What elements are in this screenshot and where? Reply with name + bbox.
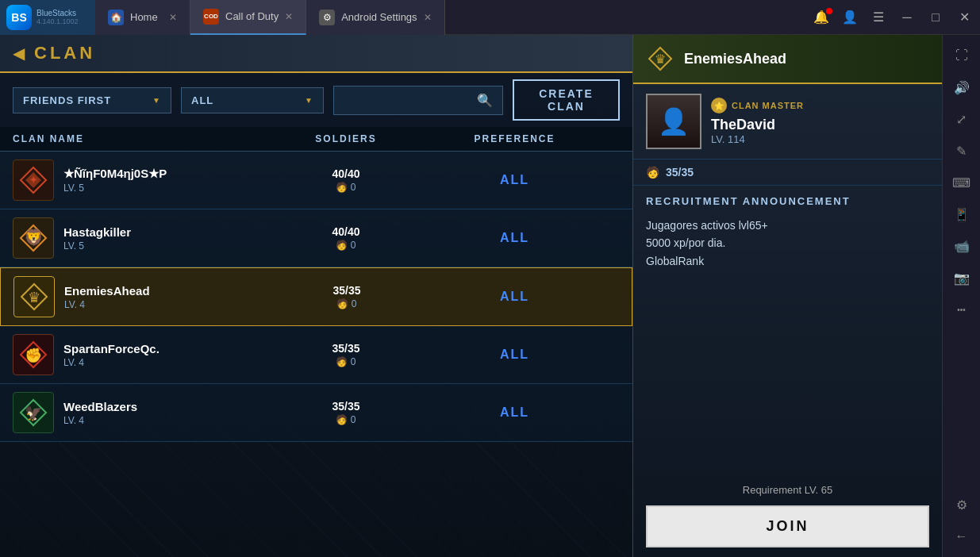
- sidebar-keyboard-button[interactable]: ⌨: [947, 168, 976, 197]
- sidebar-volume-button[interactable]: 🔊: [947, 73, 976, 102]
- search-icon: 🔍: [477, 93, 493, 108]
- master-name: TheDavid: [711, 117, 929, 133]
- clan-emblem-5: 🦅: [13, 392, 54, 433]
- panel-master-section: 👤 ⭐ CLAN MASTER TheDavid LV. 114: [633, 84, 942, 159]
- clan-row-1[interactable]: ✦ ★ÑĩηF0M4ηj0S★P LV. 5 40/40 🧑 0 ALL: [0, 152, 632, 209]
- clan-row-4[interactable]: ✊ SpartanForceQc. LV. 4 35/35 🧑 0 ALL: [0, 326, 632, 384]
- clan-emblem-1: ✦: [13, 159, 54, 201]
- tab-cod[interactable]: COD Call of Duty ✕: [190, 0, 306, 35]
- main-content: ◀ CLAN FRIENDS FIRST ▼ ALL ▼ 🔍 CREATE CL…: [0, 35, 980, 557]
- bluestacks-text: BlueStacks 4.140.1.1002: [37, 9, 79, 25]
- recruitment-text: Jugagores activos lvl65+5000 xp/por dia.…: [646, 217, 929, 270]
- clan-detail-panel: ♛ EnemiesAhead 👤 ⭐ CLAN MASTER TheDavid …: [632, 35, 942, 557]
- home-tab-icon: 🏠: [108, 10, 124, 25]
- members-value: 35/35: [666, 166, 694, 179]
- clan-info-2: Hastagkiller LV. 5: [63, 225, 282, 252]
- clan-emblem-2: 🦁: [13, 217, 54, 259]
- recruitment-section: RECRUITMENT ANNOUNCEMENT Jugagores activ…: [633, 186, 942, 279]
- type-filter-dropdown[interactable]: ALL ▼: [181, 87, 324, 113]
- sidebar-brush-button[interactable]: ✎: [947, 136, 976, 165]
- close-button[interactable]: ✕: [955, 10, 974, 25]
- top-bar-right: 🔔 👤 ☰ ─ □ ✕: [805, 10, 980, 25]
- sidebar-fullscreen-button[interactable]: ⤢: [947, 105, 976, 133]
- top-bar: BS BlueStacks 4.140.1.1002 🏠 Home ✕ COD …: [0, 0, 980, 35]
- requirement-text: Requirement LV. 65: [646, 484, 929, 496]
- bluestacks-logo: BS BlueStacks 4.140.1.1002: [0, 0, 95, 35]
- sort-filter-dropdown[interactable]: FRIENDS FIRST ▼: [13, 87, 171, 113]
- cod-tab-icon: COD: [203, 9, 219, 25]
- sidebar-camera-button[interactable]: 📷: [947, 263, 976, 292]
- col-header-preference: PREFERENCE: [409, 133, 620, 144]
- clan-soldiers-5: 35/35 🧑 0: [282, 400, 409, 425]
- clan-preference-2: ALL: [409, 231, 620, 245]
- type-dropdown-arrow: ▼: [305, 96, 313, 105]
- bluestacks-icon: BS: [6, 5, 32, 30]
- members-icon: 🧑: [646, 166, 659, 179]
- account-button[interactable]: 👤: [840, 10, 859, 25]
- panel-header: ♛ EnemiesAhead: [633, 35, 942, 84]
- master-badge: ⭐ CLAN MASTER: [711, 98, 929, 113]
- sidebar-more-button[interactable]: •••: [947, 295, 976, 324]
- clan-row-3[interactable]: ♛ EnemiesAhead LV. 4 35/35 🧑 0 ALL: [0, 267, 632, 326]
- clan-info-4: SpartanForceQc. LV. 4: [63, 342, 282, 368]
- settings-tab-close[interactable]: ✕: [424, 12, 432, 23]
- clan-row-5[interactable]: 🦅 WeedBlazers LV. 4 35/35 🧑 0 ALL: [0, 384, 632, 442]
- clan-search-input[interactable]: [344, 94, 477, 106]
- svg-text:🦁: 🦁: [24, 228, 44, 247]
- sidebar-phone-button[interactable]: 📱: [947, 200, 976, 229]
- filter-bar: FRIENDS FIRST ▼ ALL ▼ 🔍 CREATE CLAN: [0, 73, 632, 127]
- clan-page-title: CLAN: [34, 43, 95, 63]
- col-header-name: CLAN NAME: [13, 133, 282, 144]
- settings-tab-icon: ⚙: [319, 10, 335, 25]
- menu-button[interactable]: ☰: [869, 10, 888, 25]
- sidebar-back-button[interactable]: ←: [947, 522, 976, 551]
- requirement-section: Requirement LV. 65 JOIN: [633, 474, 942, 557]
- cod-tab-close[interactable]: ✕: [285, 11, 293, 22]
- clan-header: ◀ CLAN: [0, 35, 632, 73]
- clan-emblem-3: ♛: [13, 276, 55, 317]
- home-tab-close[interactable]: ✕: [169, 12, 177, 23]
- clan-list: ✦ ★ÑĩηF0M4ηj0S★P LV. 5 40/40 🧑 0 ALL: [0, 152, 632, 557]
- bluestacks-sidebar: ⛶ 🔊 ⤢ ✎ ⌨ 📱 📹 📷 ••• ⚙ ←: [942, 35, 980, 557]
- clan-emblem-4: ✊: [13, 334, 54, 375]
- master-level: LV. 114: [711, 133, 929, 145]
- members-count: 🧑 35/35: [633, 159, 942, 186]
- minimize-button[interactable]: ─: [897, 10, 917, 25]
- join-button[interactable]: JOIN: [646, 505, 929, 547]
- clan-list-header: CLAN NAME SOLDIERS PREFERENCE: [0, 127, 632, 152]
- clan-search-bar[interactable]: 🔍: [333, 86, 503, 115]
- panel-clan-name: EnemiesAhead: [684, 51, 786, 67]
- master-info: ⭐ CLAN MASTER TheDavid LV. 114: [711, 98, 929, 145]
- tab-android-settings[interactable]: ⚙ Android Settings ✕: [306, 0, 444, 35]
- clan-master-badge-icon: ⭐: [711, 98, 727, 113]
- svg-text:✊: ✊: [25, 347, 43, 364]
- recruitment-title: RECRUITMENT ANNOUNCEMENT: [646, 195, 929, 207]
- sort-dropdown-arrow: ▼: [152, 96, 161, 105]
- clan-info-1: ★ÑĩηF0M4ηj0S★P LV. 5: [63, 167, 282, 194]
- master-badge-text: CLAN MASTER: [732, 101, 804, 110]
- tabs-area: 🏠 Home ✕ COD Call of Duty ✕ ⚙ Android Se…: [95, 0, 805, 35]
- svg-text:♛: ♛: [655, 52, 666, 66]
- col-header-soldiers: SOLDIERS: [282, 133, 409, 144]
- maximize-button[interactable]: □: [926, 10, 945, 25]
- sidebar-video-button[interactable]: 📹: [947, 232, 976, 260]
- clan-soldiers-4: 35/35 🧑 0: [282, 342, 409, 367]
- svg-text:🦅: 🦅: [25, 405, 43, 422]
- notification-button[interactable]: 🔔: [812, 10, 831, 25]
- game-area: ◀ CLAN FRIENDS FIRST ▼ ALL ▼ 🔍 CREATE CL…: [0, 35, 632, 557]
- clan-preference-4: ALL: [409, 348, 620, 362]
- create-clan-button[interactable]: CREATE CLAN: [513, 79, 620, 121]
- clan-preference-3: ALL: [410, 290, 619, 304]
- clan-back-button[interactable]: ◀: [13, 44, 25, 63]
- sidebar-settings-button[interactable]: ⚙: [947, 490, 976, 519]
- sidebar-resize-button[interactable]: ⛶: [947, 41, 976, 70]
- clan-soldiers-1: 40/40 🧑 0: [282, 167, 409, 193]
- panel-clan-icon: ♛: [646, 44, 674, 73]
- tab-home[interactable]: 🏠 Home ✕: [95, 0, 190, 35]
- clan-soldiers-2: 40/40 🧑 0: [282, 225, 409, 251]
- clan-info-5: WeedBlazers LV. 4: [63, 400, 282, 426]
- clan-preference-1: ALL: [409, 173, 620, 187]
- clan-info-3: EnemiesAhead LV. 4: [64, 284, 283, 310]
- clan-row-2[interactable]: 🦁 Hastagkiller LV. 5 40/40 🧑 0 ALL: [0, 209, 632, 267]
- clan-soldiers-3: 35/35 🧑 0: [283, 284, 410, 309]
